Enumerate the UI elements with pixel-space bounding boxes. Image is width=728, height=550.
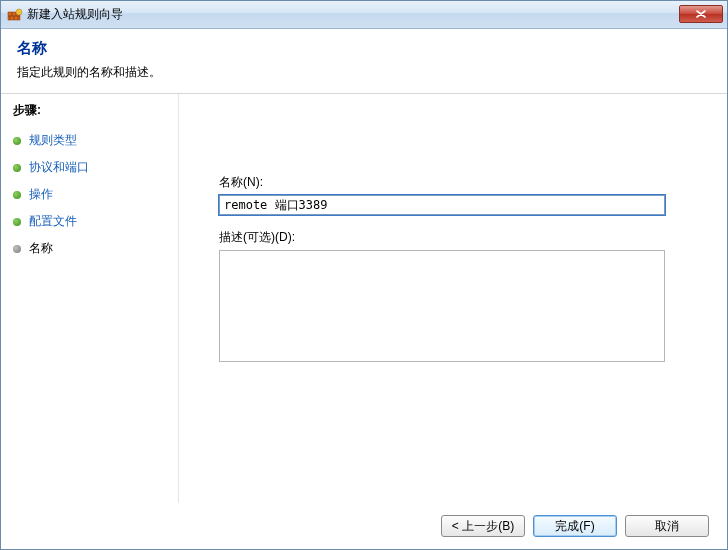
wizard-window: 新建入站规则向导 名称 指定此规则的名称和描述。 步骤: 规则类型 协议和端口 …	[0, 0, 728, 550]
step-name[interactable]: 名称	[13, 235, 178, 262]
svg-point-7	[16, 9, 22, 15]
step-label: 规则类型	[29, 132, 77, 149]
step-protocol-ports[interactable]: 协议和端口	[13, 154, 178, 181]
close-button[interactable]	[679, 5, 723, 23]
step-label: 配置文件	[29, 213, 77, 230]
cancel-button[interactable]: 取消	[625, 515, 709, 537]
step-label: 协议和端口	[29, 159, 89, 176]
step-bullet-icon	[13, 191, 21, 199]
finish-button[interactable]: 完成(F)	[533, 515, 617, 537]
step-profile[interactable]: 配置文件	[13, 208, 178, 235]
name-label: 名称(N):	[219, 174, 689, 191]
wizard-footer: < 上一步(B) 完成(F) 取消	[1, 503, 727, 549]
name-input[interactable]	[219, 195, 665, 215]
page-subtitle: 指定此规则的名称和描述。	[17, 64, 711, 81]
steps-sidebar: 步骤: 规则类型 协议和端口 操作 配置文件 名称	[1, 94, 179, 503]
back-button[interactable]: < 上一步(B)	[441, 515, 525, 537]
page-title: 名称	[17, 39, 711, 58]
step-bullet-icon	[13, 137, 21, 145]
step-bullet-icon	[13, 245, 21, 253]
wizard-header: 名称 指定此规则的名称和描述。	[1, 29, 727, 94]
wizard-content: 名称(N): 描述(可选)(D):	[179, 94, 727, 503]
step-action[interactable]: 操作	[13, 181, 178, 208]
step-bullet-icon	[13, 218, 21, 226]
titlebar: 新建入站规则向导	[1, 1, 727, 29]
steps-heading: 步骤:	[13, 102, 178, 119]
window-title: 新建入站规则向导	[27, 6, 123, 23]
close-icon	[696, 10, 706, 18]
step-bullet-icon	[13, 164, 21, 172]
description-textarea[interactable]	[219, 250, 665, 362]
step-label: 名称	[29, 240, 53, 257]
step-label: 操作	[29, 186, 53, 203]
firewall-icon	[7, 7, 23, 23]
step-rule-type[interactable]: 规则类型	[13, 127, 178, 154]
wizard-body: 步骤: 规则类型 协议和端口 操作 配置文件 名称 名	[1, 94, 727, 503]
description-label: 描述(可选)(D):	[219, 229, 689, 246]
